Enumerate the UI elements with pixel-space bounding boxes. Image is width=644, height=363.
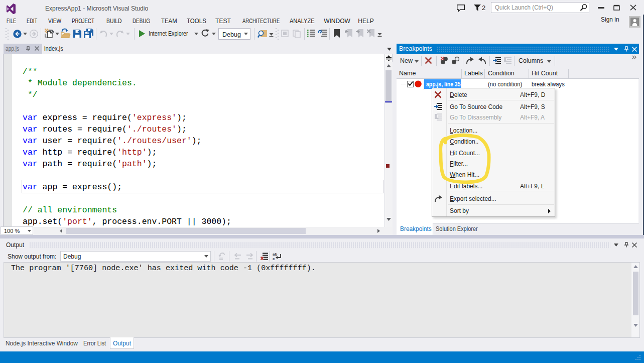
svg-text:c: c	[273, 257, 275, 261]
svg-text:ab: ab	[273, 252, 277, 257]
